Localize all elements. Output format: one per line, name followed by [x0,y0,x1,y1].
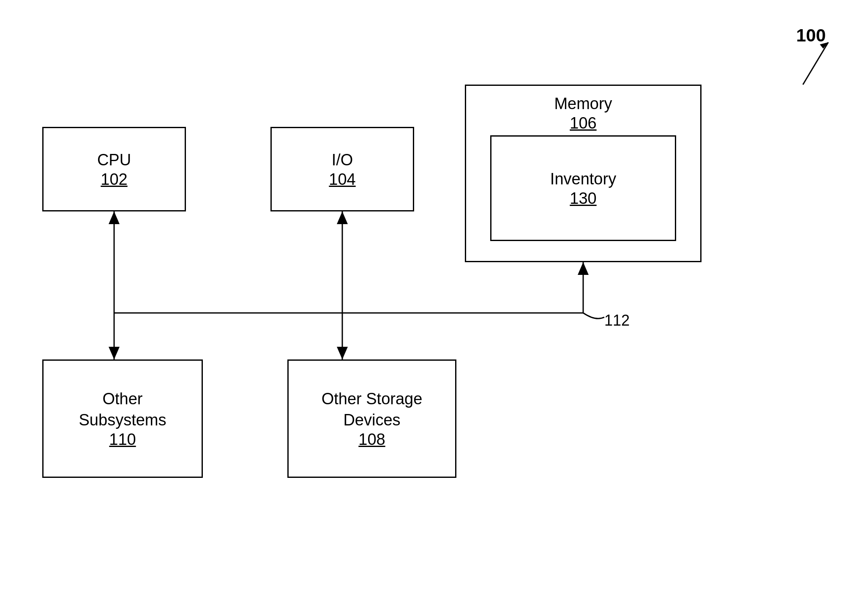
svg-marker-8 [337,211,348,224]
figure-ref-number: 100 [796,25,826,46]
diagram-svg: 112 [0,0,868,606]
cpu-box: CPU 102 [42,127,186,211]
svg-marker-6 [109,347,120,359]
svg-marker-12 [578,262,589,275]
diagram: 100 112 CPU 102 [0,0,868,606]
subsystems-number: 110 [109,431,136,449]
storage-box: Other StorageDevices 108 [287,359,456,478]
io-box: I/O 104 [270,127,414,211]
svg-marker-10 [337,347,348,359]
cpu-label: CPU [97,150,131,170]
memory-label: Memory [554,93,612,114]
io-label: I/O [332,150,353,170]
inventory-label: Inventory [550,169,616,189]
svg-marker-4 [109,211,120,224]
inventory-number: 130 [570,189,596,208]
storage-number: 108 [358,431,385,449]
storage-label: Other StorageDevices [322,389,423,431]
subsystems-label: OtherSubsystems [79,389,167,431]
memory-number: 106 [570,114,596,132]
cpu-number: 102 [101,170,127,189]
svg-text:112: 112 [604,312,630,329]
io-number: 104 [329,170,355,189]
inventory-box: Inventory 130 [490,135,676,241]
subsystems-box: OtherSubsystems 110 [42,359,203,478]
svg-line-0 [803,42,828,85]
